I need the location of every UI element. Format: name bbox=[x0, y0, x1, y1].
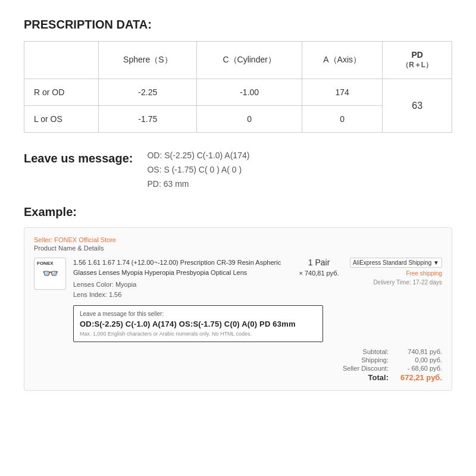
example-box: Seller: FONEX Official Store Product Nam… bbox=[24, 227, 452, 391]
price-value: × 740,81 руб. bbox=[299, 270, 339, 277]
subtotal-row: Subtotal: 740,81 руб. bbox=[335, 348, 442, 355]
subtotal-value: 740,81 руб. bbox=[400, 348, 442, 355]
qty-row: 1 Pair bbox=[308, 258, 330, 267]
message-line-os: OS: S (-1.75) C( 0 ) A( 0 ) bbox=[147, 165, 249, 174]
prescription-title: PRESCRIPTION DATA: bbox=[24, 18, 452, 32]
example-message-box: Leave a message for this seller: OD:S(-2… bbox=[73, 305, 323, 342]
message-section-label: Leave us message: bbox=[24, 151, 133, 165]
message-line-pd: PD: 63 mm bbox=[147, 179, 249, 189]
axis-od: 174 bbox=[302, 79, 382, 106]
discount-row: Seller Discount: - 68,60 руб. bbox=[335, 365, 442, 372]
example-message-label: Leave a message for this seller: bbox=[80, 311, 317, 317]
row-label-os: L or OS bbox=[24, 106, 99, 133]
delivery-time: Delivery Time: 17-22 days bbox=[373, 279, 442, 286]
total-final-row: Total: 672,21 руб. bbox=[335, 373, 442, 382]
example-product-row: FONEX 👓 1.56 1.61 1.67 1.74 (+12.00~-12.… bbox=[34, 258, 442, 299]
example-seller: Seller: FONEX Official Store bbox=[34, 236, 442, 243]
subtotal-label: Subtotal: bbox=[335, 348, 389, 355]
product-icon: 👓 bbox=[42, 266, 58, 281]
shipping-label: Shipping: bbox=[335, 356, 389, 364]
qty-price: 1 Pair × 740,81 руб. bbox=[295, 258, 343, 277]
product-info: 1.56 1.61 1.67 1.74 (+12.00~-12.00) Pres… bbox=[73, 258, 288, 299]
discount-label: Seller Discount: bbox=[335, 365, 389, 372]
cylinder-od: -1.00 bbox=[197, 79, 302, 106]
col-sphere: Sphere（S） bbox=[99, 42, 197, 79]
total-value: 672,21 руб. bbox=[400, 373, 442, 382]
pd-value: 63 bbox=[383, 79, 452, 133]
message-line-od: OD: S(-2.25) C(-1.0) A(174) bbox=[147, 151, 249, 160]
total-label: Total: bbox=[335, 373, 389, 382]
lens-index: Lens Index: 1.56 bbox=[73, 290, 288, 300]
lens-color: Lenses Color: Myopia bbox=[73, 280, 288, 290]
totals-section: Subtotal: 740,81 руб. Shipping: 0,00 руб… bbox=[34, 348, 442, 382]
axis-os: 0 bbox=[302, 106, 382, 133]
sphere-os: -1.75 bbox=[99, 106, 197, 133]
message-box-container: Leave a message for this seller: OD:S(-2… bbox=[73, 305, 323, 342]
sphere-od: -2.25 bbox=[99, 79, 197, 106]
qty-unit: Pair bbox=[315, 258, 330, 267]
col-empty bbox=[24, 42, 99, 79]
example-message-text: OD:S(-2.25) C(-1.0) A(174) OS:S(-1.75) C… bbox=[80, 320, 317, 328]
col-cylinder: C（Cylinder） bbox=[197, 42, 302, 79]
shipping-row: Shipping: 0,00 руб. bbox=[335, 356, 442, 364]
message-lines: OD: S(-2.25) C(-1.0) A(174) OS: S (-1.75… bbox=[147, 151, 249, 189]
brand-label: FONEX bbox=[37, 261, 54, 266]
table-row-od: R or OD -2.25 -1.00 174 63 bbox=[24, 79, 452, 106]
example-message-limit: Max. 1,000 English characters or Arabic … bbox=[80, 331, 317, 337]
shipping-select[interactable]: AliExpress Standard Shipping ▼ bbox=[350, 258, 442, 268]
example-title: Example: bbox=[24, 205, 452, 219]
product-thumbnail: FONEX 👓 bbox=[34, 258, 66, 290]
shipping-value: 0,00 руб. bbox=[400, 356, 442, 364]
free-shipping-label: Free shipping bbox=[406, 270, 442, 277]
discount-value: - 68,60 руб. bbox=[400, 365, 442, 372]
col-pd: PD （R＋L） bbox=[383, 42, 452, 79]
example-product-label: Product Name & Details bbox=[34, 245, 442, 252]
message-section: Leave us message: OD: S(-2.25) C(-1.0) A… bbox=[24, 151, 452, 189]
shipping-section: AliExpress Standard Shipping ▼ Free ship… bbox=[350, 258, 442, 286]
prescription-table: Sphere（S） C（Cylinder） A（Axis） PD （R＋L） R… bbox=[24, 41, 452, 133]
col-axis: A（Axis） bbox=[302, 42, 382, 79]
product-name: 1.56 1.61 1.67 1.74 (+12.00~-12.00) Pres… bbox=[73, 258, 288, 277]
cylinder-os: 0 bbox=[197, 106, 302, 133]
qty-value: 1 bbox=[308, 258, 313, 267]
row-label-od: R or OD bbox=[24, 79, 99, 106]
